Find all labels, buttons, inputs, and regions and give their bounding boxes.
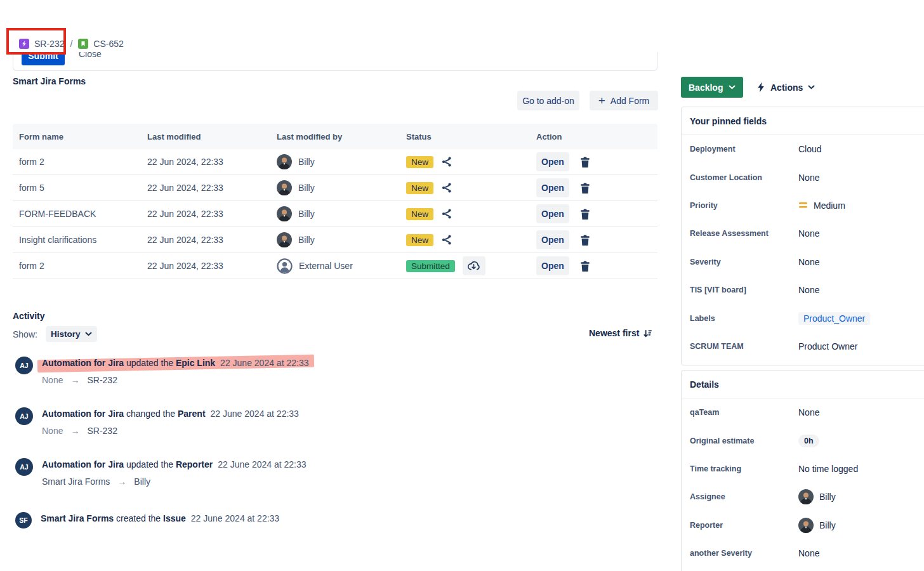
- status-badge: New: [406, 208, 433, 220]
- field-value[interactable]: None: [798, 285, 819, 295]
- form-name: form 2: [19, 157, 147, 167]
- table-row: FORM-FEEDBACK 22 Jun 2024, 22:33 Billy N…: [13, 201, 657, 227]
- col-form-name: Form name: [19, 132, 147, 141]
- user-icon: [277, 258, 293, 274]
- arrow-icon: →: [70, 426, 79, 436]
- forms-section-title: Smart Jira Forms: [13, 76, 86, 86]
- trash-icon[interactable]: [579, 234, 591, 246]
- forms-table-header: Form name Last modified Last modified by…: [13, 124, 657, 149]
- field-label: TIS [VIT board]: [690, 286, 798, 294]
- activity-sort-label: Newest first: [589, 328, 639, 338]
- activity-verb: updated the: [124, 358, 176, 368]
- avatar: [798, 489, 814, 504]
- field-value[interactable]: None: [798, 548, 819, 558]
- field-value: Product_Owner: [798, 312, 870, 325]
- activity-timestamp: 22 June 2024 at 22:33: [191, 513, 279, 523]
- activity-change: None → SR-232: [42, 426, 299, 436]
- pinned-fields-title: Your pinned fields: [682, 107, 924, 135]
- field-label: Severity: [690, 258, 798, 266]
- field-value[interactable]: Billy: [798, 489, 836, 504]
- field-label: Labels: [690, 314, 798, 323]
- field-label: Time tracking: [690, 464, 798, 473]
- field-label: Customer Location: [690, 173, 798, 182]
- breadcrumb-epic-key[interactable]: SR-232: [34, 39, 64, 49]
- modified-by-name: Billy: [298, 209, 315, 219]
- arrow-icon: →: [70, 375, 79, 385]
- form-name: form 2: [19, 261, 147, 271]
- field-value[interactable]: Cloud: [798, 144, 822, 154]
- trash-icon[interactable]: [579, 208, 591, 220]
- activity-item: SF Smart Jira Forms created the Issue22 …: [15, 512, 279, 528]
- field-row: Assignee Billy: [682, 483, 924, 511]
- activity-item-title: Automation for Jira changed the Parent22…: [42, 409, 299, 419]
- open-button[interactable]: Open: [536, 256, 569, 275]
- chevron-down-icon: [808, 85, 815, 89]
- modified-by-name: External User: [299, 261, 353, 271]
- avatar: SF: [15, 512, 32, 528]
- change-to: SR-232: [87, 426, 117, 436]
- field-value[interactable]: Billy: [798, 518, 836, 533]
- label-chip[interactable]: Product_Owner: [798, 312, 870, 325]
- field-label: SCRUM TEAM: [690, 342, 798, 351]
- add-form-button[interactable]: + Add Form: [590, 91, 658, 110]
- download-button[interactable]: [463, 256, 485, 275]
- field-value[interactable]: None: [798, 407, 819, 417]
- details-title: Details: [682, 371, 924, 398]
- field-row: SCRUM TEAM Product Owner: [682, 332, 924, 360]
- trash-icon[interactable]: [579, 156, 591, 168]
- activity-actor: Automation for Jira: [42, 358, 124, 368]
- activity-change: None → SR-232: [42, 375, 308, 385]
- col-last-modified-by: Last modified by: [277, 132, 406, 141]
- field-value[interactable]: No time logged: [798, 464, 858, 474]
- modified-by-name: Billy: [298, 235, 315, 245]
- avatar: [277, 154, 292, 169]
- trash-icon[interactable]: [579, 260, 591, 272]
- activity-verb: updated the: [124, 459, 176, 469]
- open-button[interactable]: Open: [536, 152, 569, 171]
- actions-dropdown-button[interactable]: Actions: [756, 77, 815, 97]
- open-button[interactable]: Open: [536, 230, 569, 249]
- activity-verb: changed the: [124, 409, 178, 419]
- form-modified: 22 Jun 2024, 22:33: [147, 261, 277, 271]
- field-value[interactable]: None: [798, 173, 819, 183]
- priority-medium-icon: [798, 202, 808, 209]
- share-icon[interactable]: [441, 208, 452, 220]
- activity-filter-value: History: [51, 329, 81, 339]
- avatar: [277, 232, 292, 247]
- field-value[interactable]: None: [798, 257, 819, 267]
- top-band: [0, 0, 924, 52]
- avatar: [277, 206, 292, 221]
- field-label: Release Assessment: [690, 229, 798, 238]
- activity-timestamp: 22 June 2024 at 22:33: [211, 409, 299, 419]
- activity-sort-button[interactable]: Newest first: [589, 328, 652, 338]
- go-to-addon-button[interactable]: Go to add-on: [517, 91, 579, 110]
- activity-object: Reporter: [176, 459, 213, 469]
- field-label: Priority: [690, 201, 798, 210]
- share-icon[interactable]: [441, 182, 452, 194]
- field-value[interactable]: Medium: [798, 200, 845, 211]
- activity-object: Issue: [163, 513, 186, 523]
- activity-item: AJ Automation for Jira updated the Epic …: [15, 357, 308, 385]
- status-dropdown-button[interactable]: Backlog: [681, 77, 743, 98]
- avatar: AJ: [15, 357, 33, 374]
- activity-filter-dropdown[interactable]: History: [46, 326, 97, 342]
- open-button[interactable]: Open: [536, 204, 569, 223]
- activity-show-label: Show:: [13, 329, 37, 339]
- trash-icon[interactable]: [579, 182, 591, 194]
- field-label: qaTeam: [690, 408, 798, 417]
- table-row: Insight clarifications 22 Jun 2024, 22:3…: [13, 227, 657, 253]
- breadcrumb-story-key[interactable]: CS-652: [93, 39, 123, 49]
- forms-table: Form name Last modified Last modified by…: [13, 124, 657, 279]
- activity-item-title: Automation for Jira updated the Reporter…: [42, 459, 307, 469]
- field-value[interactable]: 0h: [798, 435, 819, 447]
- assignee-name: Billy: [819, 492, 836, 502]
- form-name: Insight clarifications: [19, 235, 147, 245]
- share-icon[interactable]: [441, 234, 452, 246]
- status-badge: New: [406, 156, 433, 168]
- field-value[interactable]: Product Owner: [798, 341, 857, 351]
- activity-object: Parent: [178, 409, 206, 419]
- open-button[interactable]: Open: [536, 178, 569, 197]
- share-icon[interactable]: [441, 156, 452, 167]
- change-to: Billy: [134, 476, 150, 487]
- field-value[interactable]: None: [798, 228, 819, 239]
